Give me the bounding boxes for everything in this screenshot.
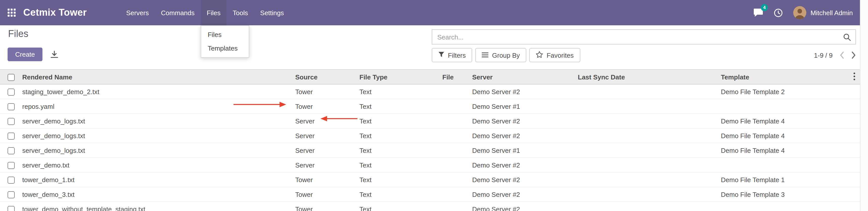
cell-source[interactable]: Server	[295, 128, 360, 143]
cell-rendered-name[interactable]: tower_demo_3.txt	[22, 187, 295, 202]
row-checkbox[interactable]	[8, 177, 15, 184]
cell-server[interactable]: Demo Server #2	[472, 158, 578, 172]
col-header-source[interactable]: Source	[295, 69, 360, 84]
table-row[interactable]: staging_tower_demo_2.txt Tower Text Demo…	[0, 84, 860, 99]
cell-file-type[interactable]: Text	[360, 128, 442, 143]
cell-server[interactable]: Demo Server #2	[472, 187, 578, 202]
cell-server[interactable]: Demo Server #1	[472, 143, 578, 158]
cell-last-sync[interactable]	[578, 143, 721, 158]
table-row[interactable]: repos.yaml Tower Text Demo Server #1	[0, 99, 860, 114]
col-header-template[interactable]: Template	[721, 69, 860, 84]
cell-template[interactable]: Demo File Template 4	[721, 143, 860, 158]
cell-last-sync[interactable]	[578, 114, 721, 128]
row-checkbox[interactable]	[8, 162, 15, 169]
col-header-server[interactable]: Server	[472, 69, 578, 84]
cell-last-sync[interactable]	[578, 128, 721, 143]
table-row[interactable]: server_demo_logs.txt Server Text Demo Se…	[0, 114, 860, 128]
cell-file[interactable]	[442, 172, 472, 187]
import-icon[interactable]	[50, 50, 59, 59]
cell-file-type[interactable]: Text	[360, 187, 442, 202]
cell-file-type[interactable]: Text	[360, 158, 442, 172]
row-checkbox[interactable]	[8, 103, 15, 110]
cell-file-type[interactable]: Text	[360, 202, 442, 211]
group-by-button[interactable]: Group By	[475, 48, 527, 62]
cell-rendered-name[interactable]: tower_demo_1.txt	[22, 172, 295, 187]
cell-last-sync[interactable]	[578, 99, 721, 114]
cell-file[interactable]	[442, 158, 472, 172]
table-row[interactable]: server_demo_logs.txt Server Text Demo Se…	[0, 128, 860, 143]
cell-file[interactable]	[442, 187, 472, 202]
cell-file[interactable]	[442, 84, 472, 99]
create-button[interactable]: Create	[8, 48, 42, 61]
activities-clock-icon[interactable]	[773, 8, 783, 18]
cell-template[interactable]: Demo File Template 3	[721, 187, 860, 202]
cell-server[interactable]: Demo Server #2	[472, 202, 578, 211]
cell-last-sync[interactable]	[578, 158, 721, 172]
row-checkbox[interactable]	[8, 132, 15, 140]
cell-file-type[interactable]: Text	[360, 99, 442, 114]
cell-source[interactable]: Tower	[295, 202, 360, 211]
cell-template[interactable]	[721, 99, 860, 114]
row-checkbox[interactable]	[8, 206, 15, 211]
cell-template[interactable]: Demo File Template 4	[721, 128, 860, 143]
vertical-scrollbar[interactable]	[860, 0, 868, 211]
cell-rendered-name[interactable]: server_demo_logs.txt	[22, 128, 295, 143]
table-row[interactable]: server_demo.txt Server Text Demo Server …	[0, 158, 860, 172]
search-icon[interactable]	[843, 33, 855, 41]
user-menu[interactable]: Mitchell Admin	[793, 6, 853, 19]
filters-button[interactable]: Filters	[432, 48, 472, 62]
col-header-last-sync-date[interactable]: Last Sync Date	[578, 69, 721, 84]
cell-rendered-name[interactable]: staging_tower_demo_2.txt	[22, 84, 295, 99]
cell-source[interactable]: Tower	[295, 84, 360, 99]
cell-last-sync[interactable]	[578, 172, 721, 187]
optional-columns-icon[interactable]	[853, 72, 855, 81]
menu-commands[interactable]: Commands	[155, 0, 201, 25]
favorites-button[interactable]: Favorites	[530, 48, 580, 62]
messages-icon[interactable]: 4	[753, 8, 763, 17]
cell-template[interactable]	[721, 202, 860, 211]
dropdown-item-files[interactable]: Files	[201, 28, 249, 41]
menu-files[interactable]: Files Files Templates	[201, 0, 227, 25]
cell-file-type[interactable]: Text	[360, 172, 442, 187]
cell-rendered-name[interactable]: server_demo_logs.txt	[22, 143, 295, 158]
cell-rendered-name[interactable]: server_demo.txt	[22, 158, 295, 172]
row-checkbox[interactable]	[8, 147, 15, 154]
table-row[interactable]: tower_demo_3.txt Tower Text Demo Server …	[0, 187, 860, 202]
cell-rendered-name[interactable]: server_demo_logs.txt	[22, 114, 295, 128]
row-checkbox[interactable]	[8, 89, 15, 96]
col-header-file[interactable]: File	[442, 69, 472, 84]
cell-source[interactable]: Tower	[295, 187, 360, 202]
cell-server[interactable]: Demo Server #2	[472, 114, 578, 128]
table-row[interactable]: tower_demo_without_template_staging.txt …	[0, 202, 860, 211]
cell-file[interactable]	[442, 114, 472, 128]
cell-last-sync[interactable]	[578, 187, 721, 202]
cell-last-sync[interactable]	[578, 202, 721, 211]
cell-template[interactable]: Demo File Template 4	[721, 114, 860, 128]
cell-server[interactable]: Demo Server #2	[472, 84, 578, 99]
cell-source[interactable]: Tower	[295, 99, 360, 114]
cell-last-sync[interactable]	[578, 84, 721, 99]
row-checkbox[interactable]	[8, 118, 15, 125]
col-header-rendered-name[interactable]: Rendered Name	[22, 69, 295, 84]
table-row[interactable]: tower_demo_1.txt Tower Text Demo Server …	[0, 172, 860, 187]
cell-file-type[interactable]: Text	[360, 84, 442, 99]
cell-file-type[interactable]: Text	[360, 143, 442, 158]
cell-file-type[interactable]: Text	[360, 114, 442, 128]
cell-template[interactable]: Demo File Template 2	[721, 84, 860, 99]
cell-server[interactable]: Demo Server #2	[472, 172, 578, 187]
menu-settings[interactable]: Settings	[254, 0, 290, 25]
apps-menu-icon[interactable]	[7, 8, 16, 17]
cell-source[interactable]: Tower	[295, 172, 360, 187]
table-row[interactable]: server_demo_logs.txt Server Text Demo Se…	[0, 143, 860, 158]
cell-source[interactable]: Server	[295, 143, 360, 158]
cell-file[interactable]	[442, 99, 472, 114]
cell-template[interactable]	[721, 158, 860, 172]
cell-file[interactable]	[442, 202, 472, 211]
cell-file[interactable]	[442, 143, 472, 158]
cell-server[interactable]: Demo Server #2	[472, 128, 578, 143]
search-input[interactable]	[432, 33, 843, 41]
cell-file[interactable]	[442, 128, 472, 143]
pager-next-icon[interactable]	[851, 52, 856, 59]
app-title[interactable]: Cetmix Tower	[23, 7, 87, 18]
cell-source[interactable]: Server	[295, 158, 360, 172]
